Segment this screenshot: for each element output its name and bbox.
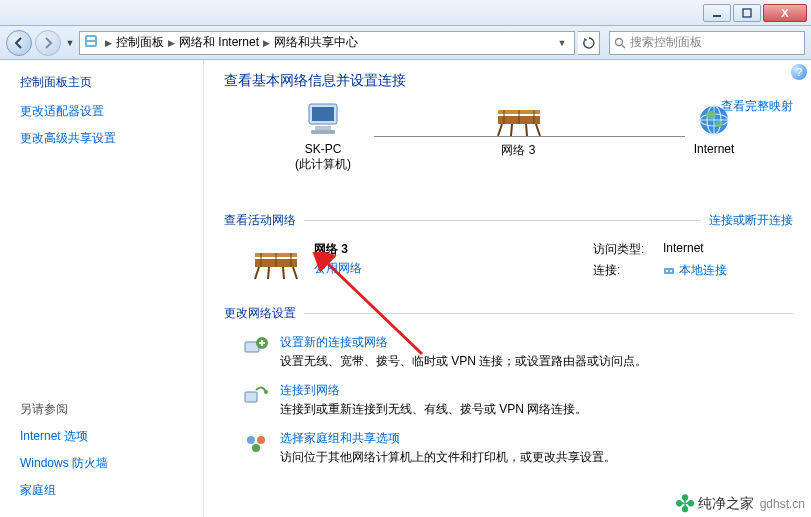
local-connection-link[interactable]: 本地连接 bbox=[663, 262, 727, 279]
address-bar: ▼ ▶ 控制面板 ▶ 网络和 Internet ▶ 网络和共享中心 ▼ 搜索控制… bbox=[0, 26, 811, 60]
change-settings-title-text: 更改网络设置 bbox=[224, 305, 296, 322]
active-network-box: 网络 3 公用网络 访问类型: Internet 连接: 本地连接 bbox=[224, 229, 793, 297]
svg-rect-4 bbox=[87, 42, 95, 45]
arrow-left-icon bbox=[13, 37, 25, 49]
connect-network-link[interactable]: 连接到网络 bbox=[280, 382, 587, 399]
search-icon bbox=[614, 37, 626, 49]
svg-rect-30 bbox=[670, 270, 672, 272]
network-type-link[interactable]: 公用网络 bbox=[314, 260, 362, 277]
sidebar: 控制面板主页 更改适配器设置 更改高级共享设置 另请参阅 Internet 选项… bbox=[0, 60, 204, 517]
watermark-sub: gdhst.cn bbox=[760, 497, 805, 511]
control-panel-icon bbox=[84, 34, 98, 51]
bench-icon bbox=[248, 241, 304, 281]
sidebar-also-internet[interactable]: Internet 选项 bbox=[20, 428, 195, 445]
homegroup-desc: 访问位于其他网络计算机上的文件和打印机，或更改共享设置。 bbox=[280, 449, 616, 466]
setup-connection-desc: 设置无线、宽带、拨号、临时或 VPN 连接；或设置路由器或访问点。 bbox=[280, 353, 647, 370]
map-net-name: 网络 3 bbox=[464, 142, 574, 159]
svg-point-34 bbox=[264, 390, 268, 394]
sidebar-link-sharing[interactable]: 更改高级共享设置 bbox=[20, 130, 195, 147]
maximize-button[interactable] bbox=[733, 4, 761, 22]
view-full-map-link[interactable]: 查看完整映射 bbox=[721, 98, 793, 115]
refresh-icon bbox=[583, 37, 595, 49]
search-input[interactable]: 搜索控制面板 bbox=[609, 31, 805, 55]
svg-point-35 bbox=[247, 436, 255, 444]
page-heading: 查看基本网络信息并设置连接 bbox=[224, 72, 793, 90]
crumb-leaf[interactable]: 网络和共享中心 bbox=[274, 34, 358, 51]
minimize-button[interactable] bbox=[703, 4, 731, 22]
chevron-right-icon: ▶ bbox=[164, 38, 179, 48]
active-net-name: 网络 3 bbox=[314, 241, 362, 258]
watermark-text: 纯净之家 bbox=[698, 495, 754, 513]
active-network-title-text: 查看活动网络 bbox=[224, 212, 296, 229]
connect-network-item: 连接到网络 连接到或重新连接到无线、有线、拨号或 VPN 网络连接。 bbox=[224, 374, 793, 422]
svg-rect-28 bbox=[664, 268, 674, 274]
svg-rect-2 bbox=[85, 35, 97, 47]
svg-rect-3 bbox=[87, 37, 95, 40]
svg-point-36 bbox=[257, 436, 265, 444]
svg-rect-29 bbox=[666, 270, 668, 272]
disconnect-link[interactable]: 连接或断开连接 bbox=[709, 212, 793, 229]
svg-rect-1 bbox=[743, 9, 751, 17]
connect-network-icon bbox=[242, 382, 270, 410]
breadcrumb[interactable]: ▶ 控制面板 ▶ 网络和 Internet ▶ 网络和共享中心 ▼ bbox=[79, 31, 575, 55]
crumb-mid[interactable]: 网络和 Internet bbox=[179, 34, 259, 51]
active-network-title: 查看活动网络 连接或断开连接 bbox=[224, 212, 793, 229]
homegroup-icon bbox=[242, 430, 270, 458]
setup-connection-link[interactable]: 设置新的连接或网络 bbox=[280, 334, 647, 351]
sidebar-title: 控制面板主页 bbox=[20, 74, 195, 91]
map-pc-sub: (此计算机) bbox=[268, 156, 378, 173]
map-line bbox=[374, 136, 685, 137]
svg-rect-9 bbox=[315, 126, 331, 130]
arrow-right-icon bbox=[42, 37, 54, 49]
close-button[interactable]: X bbox=[763, 4, 807, 22]
svg-rect-33 bbox=[245, 392, 257, 402]
chevron-right-icon: ▶ bbox=[101, 38, 116, 48]
sidebar-also-firewall[interactable]: Windows 防火墙 bbox=[20, 455, 195, 472]
chevron-right-icon: ▶ bbox=[259, 38, 274, 48]
crumb-root[interactable]: 控制面板 bbox=[116, 34, 164, 51]
map-item-pc: SK-PC (此计算机) bbox=[268, 100, 378, 173]
access-type-label: 访问类型: bbox=[593, 241, 663, 258]
map-inet-name: Internet bbox=[659, 142, 769, 156]
svg-rect-10 bbox=[311, 130, 335, 134]
setup-connection-icon bbox=[242, 334, 270, 362]
svg-line-6 bbox=[622, 45, 625, 48]
svg-point-5 bbox=[616, 38, 623, 45]
address-dropdown-icon[interactable]: ▼ bbox=[554, 38, 570, 48]
map-pc-name: SK-PC bbox=[268, 142, 378, 156]
sidebar-see-also-label: 另请参阅 bbox=[20, 401, 195, 418]
network-adapter-icon bbox=[663, 265, 675, 277]
connection-label: 连接: bbox=[593, 262, 663, 279]
search-placeholder: 搜索控制面板 bbox=[630, 34, 702, 51]
computer-icon bbox=[268, 100, 378, 140]
refresh-button[interactable] bbox=[578, 31, 600, 55]
watermark: ✤ 纯净之家 gdhst.cn bbox=[675, 495, 805, 513]
homegroup-link[interactable]: 选择家庭组和共享选项 bbox=[280, 430, 616, 447]
help-icon[interactable]: ? bbox=[791, 64, 807, 80]
local-connection-text: 本地连接 bbox=[679, 262, 727, 279]
history-dropdown-icon[interactable]: ▼ bbox=[64, 38, 76, 48]
access-type-value: Internet bbox=[663, 241, 704, 258]
sidebar-link-adapter[interactable]: 更改适配器设置 bbox=[20, 103, 195, 120]
connect-network-desc: 连接到或重新连接到无线、有线、拨号或 VPN 网络连接。 bbox=[280, 401, 587, 418]
svg-point-37 bbox=[252, 444, 260, 452]
content-area: ? 查看基本网络信息并设置连接 查看完整映射 SK-PC (此计算机) bbox=[204, 60, 811, 517]
window-titlebar: X bbox=[0, 0, 811, 26]
setup-connection-item: 设置新的连接或网络 设置无线、宽带、拨号、临时或 VPN 连接；或设置路由器或访… bbox=[224, 326, 793, 374]
homegroup-item: 选择家庭组和共享选项 访问位于其他网络计算机上的文件和打印机，或更改共享设置。 bbox=[224, 422, 793, 470]
svg-rect-8 bbox=[312, 107, 334, 121]
bench-icon bbox=[464, 100, 574, 140]
change-settings-title: 更改网络设置 bbox=[224, 305, 793, 322]
sidebar-also-homegroup[interactable]: 家庭组 bbox=[20, 482, 195, 499]
clover-icon: ✤ bbox=[675, 499, 695, 509]
svg-point-22 bbox=[715, 121, 723, 127]
back-button[interactable] bbox=[6, 30, 32, 56]
forward-button[interactable] bbox=[35, 30, 61, 56]
map-item-network: 网络 3 bbox=[464, 100, 574, 159]
svg-point-21 bbox=[706, 111, 716, 119]
